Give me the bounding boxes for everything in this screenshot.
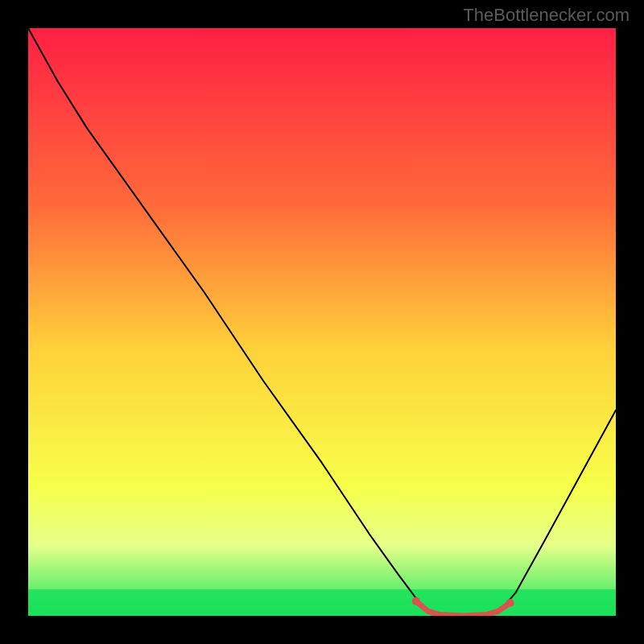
plot-area (28, 28, 616, 616)
highlight-endpoint (412, 597, 420, 605)
watermark-text: TheBottlenecker.com (463, 5, 630, 26)
chart-svg (28, 28, 616, 616)
chart-container: TheBottlenecker.com (0, 0, 644, 644)
gradient-background (28, 28, 616, 616)
highlight-endpoint (506, 599, 514, 607)
green-band (28, 589, 616, 616)
